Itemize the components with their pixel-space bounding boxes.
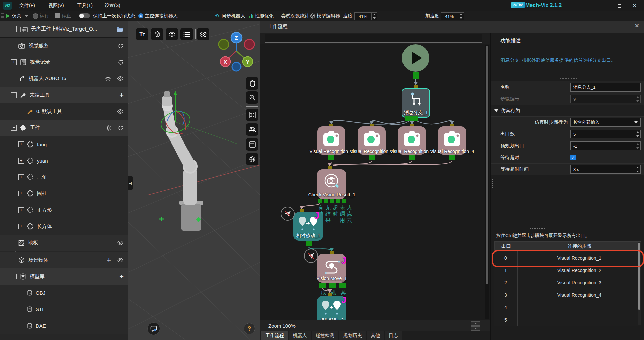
outlet-count-spin[interactable] [635,130,640,138]
model-editor-button[interactable]: 模型编辑器 [317,13,340,19]
add-icon[interactable]: + [119,273,124,280]
tree-row-vision-record[interactable]: + 视觉记录 [0,54,128,71]
tree-row-stl[interactable]: STL [0,301,128,318]
collapse-expander-icon[interactable]: − [11,125,17,131]
speed-spinner[interactable]: 41% [354,12,377,20]
menu-file[interactable]: 文件(F) [17,0,37,11]
name-input[interactable]: 消息分支_1 [570,83,641,92]
keep-state-toggle[interactable] [79,13,90,18]
expand-expander-icon[interactable]: + [18,207,24,213]
check-out-port-0[interactable] [318,199,322,203]
measure-button[interactable] [197,28,209,40]
outlet-row-2[interactable]: 2 Visual Recognition_3 [494,276,641,289]
table-scrollbar[interactable] [638,242,641,325]
eye-icon[interactable] [117,76,124,81]
tree-row-fang[interactable]: + fang [0,136,128,153]
tree-row-workpieces[interactable]: − 工件 [0,120,128,136]
axis-gizmo[interactable]: Z X Y [216,31,257,72]
outlet-row-4[interactable]: 4 [494,301,641,314]
tree-row-yuan[interactable]: + yuan [0,153,128,169]
step-no-input[interactable]: 9 [570,95,641,103]
minimize-button[interactable]: ─ [596,1,611,11]
expand-expander-icon[interactable]: + [18,224,24,229]
tree-row-zhengfangxing[interactable]: + 正方形 [0,202,128,219]
visibility-button[interactable] [166,28,178,40]
preplan-input[interactable]: -1 [570,141,641,150]
collapse-expander-icon[interactable]: − [11,274,17,279]
fit-view-button[interactable] [246,109,258,121]
outlet-row-1[interactable]: 1 Visual Recognition_2 [494,264,641,277]
sim-behavior-dropdown[interactable]: 检查外部输入 [570,118,641,127]
expand-expander-icon[interactable]: + [18,191,24,196]
ground-view-button[interactable] [246,138,258,151]
tree-row-scene-objects[interactable]: 场景物体 + [0,252,128,269]
expand-expander-icon[interactable]: + [18,141,24,147]
check-in-port[interactable] [328,166,332,169]
outlet-row-0[interactable]: 0 Visual Recognition_1 [494,251,641,264]
table-scrollbar-thumb[interactable] [638,243,640,310]
check-out-port-3[interactable] [336,199,340,203]
wait-time-spin[interactable] [635,165,640,173]
section-row-simulation[interactable]: 仿真行为 [491,105,644,117]
node-start[interactable] [402,44,429,72]
tab-robot[interactable]: 机器人 [289,331,311,340]
help-button[interactable]: ? [244,323,255,334]
sync-robot-button[interactable]: 同步机器人 [222,13,245,19]
vr3-out-port[interactable] [409,155,415,160]
stop-button[interactable]: 停止 [62,13,71,19]
tree-row-end-tools[interactable]: − 末端工具 + [0,87,128,104]
tree-row-changfangti[interactable]: + 长方体 [0,218,128,235]
collapse-expander-icon[interactable]: − [11,26,17,32]
node-visual-recognition-3[interactable]: Visual Recognition_3 [398,126,426,155]
vm-out-port-0[interactable] [319,283,326,288]
add-icon[interactable]: + [119,92,124,99]
zoom-button[interactable] [246,91,258,104]
list-view-button[interactable] [180,28,193,40]
node-message-branch[interactable]: 消息分支_1 [402,88,430,118]
panel-drag-handle[interactable] [492,179,493,188]
tab-workflow[interactable]: 工作流程 [261,331,288,340]
gear-icon[interactable] [105,76,111,82]
vm-out-port-1[interactable] [329,283,336,288]
tree-row-obj[interactable]: OBJ [0,285,128,301]
wireframe-toggle-button[interactable] [151,28,163,40]
gear-icon[interactable] [106,125,112,131]
expand-expander-icon[interactable]: + [11,59,17,65]
start-out-port[interactable] [413,72,419,79]
sidebar-collapse-handle[interactable]: ◀ [128,176,133,190]
node-visual-recognition-1[interactable]: Visual Recognition_1 [317,126,345,155]
run-button[interactable]: 运行 [40,13,49,19]
robot-message-button[interactable]: i [147,322,160,335]
tab-collision[interactable]: 碰撞检测 [312,331,338,340]
outlet-row-5[interactable]: 5 [494,314,641,326]
tree-row-project[interactable]: − 无序工件上料/Viz_Target_O... [0,21,128,38]
tab-log[interactable]: 日志 [385,331,402,340]
check-out-port-4[interactable] [342,199,346,203]
refresh-icon[interactable] [118,59,124,65]
tab-plan-history[interactable]: 规划历史 [339,331,366,340]
menu-settings[interactable]: 设置(S) [103,0,122,11]
check-out-port-1[interactable] [324,199,328,203]
refresh-icon[interactable] [118,43,124,49]
globe-view-button[interactable] [246,153,258,165]
workflow-scrollbar[interactable] [485,45,489,319]
node-visual-recognition-2[interactable]: Visual Recognition_2 [358,126,386,155]
tree-row-yuanzhu[interactable]: + 圆柱 [0,185,128,202]
step-no-spin[interactable] [635,95,640,103]
collapse-expander-icon[interactable]: − [11,92,17,98]
tree-row-robot[interactable]: 机器人 AUBO_I5 [0,70,128,87]
menu-tools[interactable]: 工具(T) [75,0,95,11]
check-out-port-2[interactable] [330,199,334,203]
outlet-count-input[interactable]: 5 [570,130,641,138]
tree-row-dae[interactable]: DAE [0,318,128,334]
branch-in-port[interactable] [414,85,418,88]
accel-spinner[interactable]: 41% [441,12,464,20]
expand-expander-icon[interactable]: + [18,174,24,180]
outlet-row-3[interactable]: 3 Visual Recognition_4 [494,289,641,301]
simulate-button[interactable]: 仿真 [12,13,21,19]
workflow-search-input[interactable] [265,34,482,43]
text-label-toggle-button[interactable]: TT [136,28,148,40]
speed-spin-arrows[interactable] [371,13,377,20]
vm-out-port-2[interactable] [339,283,346,288]
close-icon[interactable]: ✕ [635,22,639,30]
